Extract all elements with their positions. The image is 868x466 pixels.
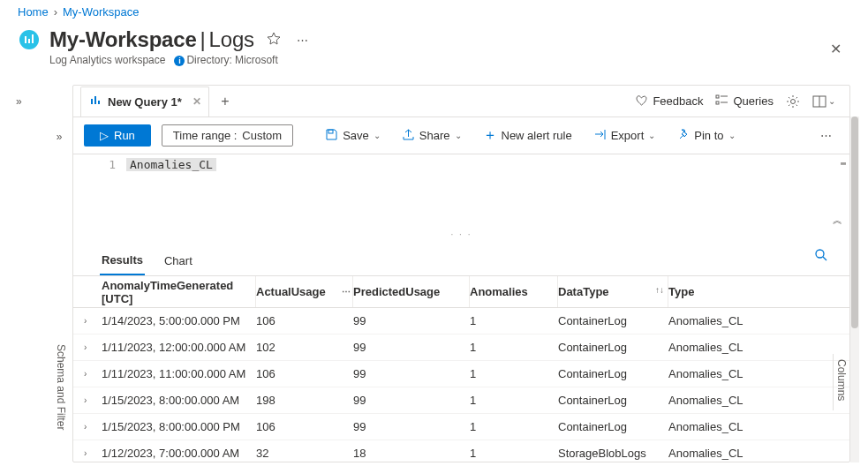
col-predicted-usage[interactable]: PredictedUsage — [353, 276, 470, 307]
sort-icon[interactable]: ↑↓ — [655, 285, 664, 295]
cell-time: 1/12/2023, 7:00:00.000 AM — [102, 447, 256, 460]
expand-row-icon[interactable]: › — [84, 422, 102, 432]
table-row[interactable]: ›1/15/2023, 8:00:00.000 AM198991Containe… — [73, 387, 849, 414]
tab-results[interactable]: Results — [100, 248, 145, 275]
schema-filter-rail[interactable]: Schema and Filter — [53, 344, 67, 459]
add-tab-button[interactable]: + — [213, 89, 238, 114]
chevron-down-icon: ⌄ — [455, 131, 462, 140]
run-button[interactable]: ▷ Run — [84, 124, 151, 147]
reading-pane-icon[interactable]: ⌄ — [812, 94, 835, 109]
cell-type: Anomalies_CL — [668, 420, 757, 433]
time-range-picker[interactable]: Time range : Custom — [162, 124, 293, 147]
cell-actual: 106 — [256, 420, 353, 433]
new-alert-button[interactable]: ＋ New alert rule — [478, 123, 577, 148]
col-anomalies[interactable]: Anomalies — [470, 276, 558, 307]
toolbar-more-icon[interactable]: ⋯ — [815, 129, 839, 142]
query-code: Anomalies_CL — [126, 158, 216, 171]
col-time[interactable]: AnomalyTimeGenerated [UTC] — [102, 276, 256, 307]
svg-rect-5 — [94, 96, 96, 104]
table-row[interactable]: ›1/14/2023, 5:00:00.000 PM106991Containe… — [73, 308, 849, 334]
more-icon[interactable]: ⋯ — [342, 287, 351, 297]
table-row[interactable]: ›1/11/2023, 11:00:00.000 AM106991Contain… — [73, 361, 849, 387]
workspace-icon — [18, 28, 41, 51]
chevron-down-icon: ⌄ — [728, 131, 736, 140]
pin-button[interactable]: Pin to ⌄ — [671, 124, 740, 147]
cell-dtype: ContainerLog — [558, 420, 668, 433]
expand-row-icon[interactable]: › — [84, 369, 102, 379]
share-button[interactable]: Share ⌄ — [396, 124, 467, 147]
scrollbar[interactable] — [850, 116, 859, 462]
heart-icon — [635, 94, 648, 109]
collapse-left-icon[interactable]: » — [16, 95, 22, 108]
gear-icon[interactable] — [786, 94, 800, 109]
close-button[interactable]: ✕ — [830, 41, 842, 57]
scrollbar-thumb[interactable] — [851, 116, 858, 328]
columns-rail[interactable]: Columns — [833, 354, 849, 410]
panel-main: New Query 1* ✕ + Feedback Queries ⌄ — [72, 85, 850, 462]
star-icon[interactable] — [263, 28, 284, 52]
cell-type: Anomalies_CL — [668, 447, 757, 460]
share-icon — [402, 128, 415, 144]
chevron-down-icon: ⌄ — [374, 131, 381, 140]
pin-label: Pin to — [694, 129, 723, 142]
cell-dtype: StorageBlobLogs — [558, 447, 668, 460]
page-title-row: My-Workspace|Logs ⋯ — [0, 24, 868, 54]
cell-time: 1/11/2023, 12:00:00.000 AM — [102, 341, 256, 354]
query-panel: » New Query 1* ✕ + Feedback Queries — [46, 85, 859, 462]
expand-row-icon[interactable]: › — [84, 342, 102, 352]
cell-pred: 99 — [353, 420, 470, 433]
expand-row-icon[interactable]: › — [84, 316, 102, 326]
export-button[interactable]: Export ⌄ — [588, 124, 661, 147]
query-tab-label: New Query 1* — [108, 95, 182, 109]
save-button[interactable]: Save ⌄ — [320, 124, 386, 147]
query-tab-icon — [90, 94, 102, 109]
table-row[interactable]: ›1/15/2023, 8:00:00.000 PM106991Containe… — [73, 414, 849, 440]
svg-point-11 — [791, 99, 796, 103]
tab-query-1[interactable]: New Query 1* ✕ — [80, 86, 209, 116]
info-icon[interactable]: i — [174, 56, 185, 66]
play-icon: ▷ — [100, 129, 109, 142]
cell-time: 1/15/2023, 8:00:00.000 AM — [102, 394, 256, 407]
run-label: Run — [114, 129, 135, 142]
expand-row-icon[interactable]: › — [84, 448, 102, 458]
breadcrumb-workspace[interactable]: My-Workspace — [63, 5, 139, 19]
search-icon[interactable] — [814, 248, 828, 265]
scroll-up-icon[interactable]: ︽ — [833, 214, 842, 227]
resize-handle[interactable]: · · · — [73, 230, 849, 243]
col-datatype[interactable]: DataType↑↓ — [558, 276, 668, 307]
export-label: Export — [611, 129, 645, 142]
svg-rect-14 — [328, 130, 333, 133]
cell-type: Anomalies_CL — [668, 341, 757, 354]
cell-type: Anomalies_CL — [668, 314, 757, 327]
queries-button[interactable]: Queries — [715, 94, 774, 109]
results-grid: AnomalyTimeGenerated [UTC] ActualUsage⋯ … — [73, 276, 849, 462]
cell-time: 1/15/2023, 8:00:00.000 PM — [102, 420, 256, 433]
toolbar: ▷ Run Time range : Custom Save ⌄ Share ⌄… — [73, 117, 849, 154]
tab-chart[interactable]: Chart — [162, 249, 194, 274]
page-title: My-Workspace|Logs — [49, 27, 254, 52]
cell-actual: 32 — [256, 447, 353, 460]
cell-pred: 99 — [353, 341, 470, 354]
svg-point-15 — [816, 250, 824, 258]
svg-rect-6 — [98, 101, 100, 104]
cell-time: 1/14/2023, 5:00:00.000 PM — [102, 314, 256, 327]
breadcrumb-home[interactable]: Home — [18, 5, 49, 19]
col-type[interactable]: Type — [668, 276, 757, 307]
feedback-button[interactable]: Feedback — [635, 94, 703, 109]
expand-row-icon[interactable]: › — [84, 395, 102, 405]
svg-rect-2 — [28, 39, 30, 43]
cell-actual: 102 — [256, 341, 353, 354]
table-row[interactable]: ›1/12/2023, 7:00:00.000 AM32181StorageBl… — [73, 440, 849, 462]
result-tab-bar: Results Chart — [73, 243, 849, 276]
more-icon[interactable]: ⋯ — [293, 30, 312, 50]
cell-pred: 99 — [353, 367, 470, 380]
cell-pred: 99 — [353, 394, 470, 407]
subtitle-kind: Log Analytics workspace — [49, 54, 165, 66]
tab-bar: New Query 1* ✕ + Feedback Queries ⌄ — [73, 86, 849, 117]
col-actual-usage[interactable]: ActualUsage⋯ — [256, 276, 353, 307]
chevron-down-icon: ⌄ — [828, 96, 835, 106]
close-tab-icon[interactable]: ✕ — [192, 95, 201, 108]
query-editor[interactable]: 1Anomalies_CL ▬ ︽ — [73, 154, 849, 230]
table-row[interactable]: ›1/11/2023, 12:00:00.000 AM102991Contain… — [73, 334, 849, 361]
export-icon — [593, 128, 607, 144]
